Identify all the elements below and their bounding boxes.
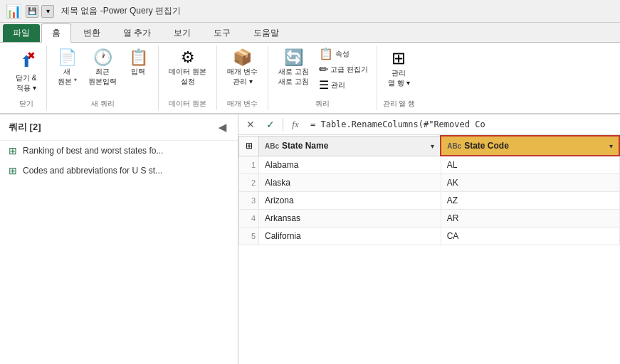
enter-data-icon: 📋 bbox=[129, 50, 148, 65]
dropdown-icon: ▾ bbox=[46, 7, 50, 15]
query-small-buttons: 📋 속성 ✏ 고급 편집기 ☰ 관리 bbox=[316, 47, 371, 92]
ribbon-group-query-content: 🔄 새로 고침새로 고침 📋 속성 ✏ 고급 편집기 ☰ 관리 bbox=[274, 47, 371, 96]
sidebar-title: 쿼리 [2] bbox=[9, 121, 41, 134]
tab-file[interactable]: 파일 bbox=[3, 24, 40, 42]
enter-data-label: 입력 bbox=[131, 67, 145, 77]
state-code-label: State Code bbox=[464, 141, 606, 151]
formula-fx-icon: fx bbox=[292, 119, 298, 130]
advanced-editor-icon: ✏ bbox=[319, 64, 328, 75]
cell-state-code-5: CA bbox=[441, 228, 619, 245]
cell-state-name-1: Alabama bbox=[259, 156, 441, 174]
recent-source-button[interactable]: 🕐 최근원본입력 bbox=[84, 47, 121, 90]
table-row: 5 California CA bbox=[239, 228, 620, 245]
row-num-3: 3 bbox=[239, 192, 259, 210]
properties-label: 속성 bbox=[335, 49, 350, 59]
formula-confirm-button[interactable]: ✓ bbox=[263, 117, 278, 132]
window-title: 제목 없음 -Power Query 편집기 bbox=[61, 5, 181, 17]
sidebar-item-codes-icon: ⊞ bbox=[9, 165, 17, 176]
sidebar: 쿼리 [2] ◀ ⊞ Ranking of best and worst sta… bbox=[0, 114, 238, 364]
row-num-4: 4 bbox=[239, 210, 259, 228]
ribbon-group-manage-cols-label: 관리 열 행 bbox=[383, 97, 416, 109]
row-num-2: 2 bbox=[239, 174, 259, 192]
tab-view[interactable]: 보기 bbox=[163, 23, 201, 42]
ribbon-group-params-content: 📦 매개 변수관리 ▾ bbox=[223, 47, 262, 96]
formula-cancel-button[interactable]: ✕ bbox=[243, 117, 258, 132]
state-name-type: ABc bbox=[265, 142, 279, 150]
sidebar-item-codes-label: Codes and abbreviations for U S st... bbox=[23, 166, 229, 176]
state-code-dropdown-icon[interactable]: ▾ bbox=[609, 142, 613, 150]
manage-cols-icon: ⊞ bbox=[392, 50, 406, 67]
save-icon: 💾 bbox=[28, 7, 36, 15]
manage-button[interactable]: ☰ 관리 bbox=[316, 78, 371, 92]
data-source-settings-label: 데이터 원본설정 bbox=[169, 67, 206, 87]
refresh-icon: 🔄 bbox=[284, 50, 303, 65]
ribbon-group-manage-cols: ⊞ 관리열 행 ▾ 관리 열 행 bbox=[377, 46, 421, 110]
table-row: 2 Alaska AK bbox=[239, 174, 620, 192]
cell-state-code-3: AZ bbox=[441, 192, 619, 210]
formula-input[interactable]: = Table.RenameColumns(#"Removed Co bbox=[308, 118, 616, 131]
sidebar-item-ranking[interactable]: ⊞ Ranking of best and worst states fo... bbox=[0, 141, 238, 161]
advanced-editor-button[interactable]: ✏ 고급 편집기 bbox=[316, 63, 371, 77]
ribbon-group-data-source: ⚙ 데이터 원본설정 데이터 원본 bbox=[159, 46, 217, 110]
column-header-state-code[interactable]: ABc State Code ▾ bbox=[441, 136, 619, 156]
formula-bar-divider bbox=[283, 118, 283, 131]
ribbon-group-close-label: 닫기 bbox=[19, 97, 33, 109]
state-code-type: ABc bbox=[447, 142, 461, 150]
table-container[interactable]: ⊞ ABc State Name ▾ ABc bbox=[238, 135, 620, 364]
ribbon-group-close: ⬆✖ 닫기 &적용 ▾ 닫기 bbox=[6, 46, 47, 110]
close-apply-icon: ⬆✖ bbox=[20, 50, 33, 72]
new-source-button[interactable]: 📄 새원본 * bbox=[53, 47, 81, 90]
recent-source-label: 최근원본입력 bbox=[88, 67, 117, 87]
data-source-settings-button[interactable]: ⚙ 데이터 원본설정 bbox=[164, 47, 211, 90]
tab-home[interactable]: 홈 bbox=[41, 23, 71, 43]
advanced-editor-label: 고급 편집기 bbox=[330, 65, 368, 75]
refresh-button[interactable]: 🔄 새로 고침새로 고침 bbox=[274, 47, 313, 90]
manage-cols-label: 관리열 행 ▾ bbox=[388, 68, 410, 88]
table-row: 3 Arizona AZ bbox=[239, 192, 620, 210]
cell-state-code-1: AL bbox=[441, 156, 619, 174]
formula-cancel-icon: ✕ bbox=[246, 119, 255, 130]
cell-state-code-4: AR bbox=[441, 210, 619, 228]
close-apply-label: 닫기 &적용 ▾ bbox=[16, 73, 36, 93]
select-all-icon: ⊞ bbox=[246, 141, 253, 151]
data-table: ⊞ ABc State Name ▾ ABc bbox=[238, 135, 620, 245]
data-source-settings-icon: ⚙ bbox=[181, 50, 195, 65]
manage-params-button[interactable]: 📦 매개 변수관리 ▾ bbox=[223, 47, 262, 90]
tab-add-column[interactable]: 열 추가 bbox=[112, 23, 162, 42]
ribbon-group-new-query-content: 📄 새원본 * 🕐 최근원본입력 📋 입력 bbox=[53, 47, 152, 96]
state-name-dropdown-icon[interactable]: ▾ bbox=[431, 142, 434, 150]
tab-transform[interactable]: 변환 bbox=[73, 23, 111, 42]
manage-label: 관리 bbox=[331, 80, 345, 90]
properties-icon: 📋 bbox=[319, 48, 333, 60]
ribbon-group-params: 📦 매개 변수관리 ▾ 매개 변수 bbox=[217, 46, 268, 110]
refresh-label: 새로 고침새로 고침 bbox=[278, 67, 309, 87]
ribbon: ⬆✖ 닫기 &적용 ▾ 닫기 📄 새원본 * 🕐 최근원본입력 📋 입력 새 쿼… bbox=[0, 43, 620, 114]
ribbon-tabs: 파일 홈 변환 열 추가 보기 도구 도움말 bbox=[0, 23, 620, 43]
table-body: 1 Alabama AL 2 Alaska AK 3 Arizona AZ bbox=[239, 156, 620, 245]
properties-button[interactable]: 📋 속성 bbox=[316, 47, 371, 61]
app-icon: 📊 bbox=[6, 4, 21, 19]
tab-tools[interactable]: 도구 bbox=[203, 23, 241, 42]
manage-cols-button[interactable]: ⊞ 관리열 행 ▾ bbox=[384, 47, 414, 91]
table-row: 4 Arkansas AR bbox=[239, 210, 620, 228]
formula-confirm-icon: ✓ bbox=[266, 119, 275, 130]
ribbon-group-query-label: 쿼리 bbox=[315, 97, 330, 109]
close-apply-button[interactable]: ⬆✖ 닫기 &적용 ▾ bbox=[11, 47, 41, 96]
enter-data-button[interactable]: 📋 입력 bbox=[124, 47, 152, 80]
table-select-all[interactable]: ⊞ bbox=[239, 136, 259, 156]
sidebar-item-codes[interactable]: ⊞ Codes and abbreviations for U S st... bbox=[0, 161, 238, 181]
recent-source-icon: 🕐 bbox=[93, 50, 112, 65]
tab-help[interactable]: 도움말 bbox=[243, 23, 290, 42]
formula-fx-button[interactable]: fx bbox=[288, 117, 303, 132]
row-num-5: 5 bbox=[239, 228, 259, 245]
right-content: ✕ ✓ fx = Table.RenameColumns(#"Removed C… bbox=[238, 114, 620, 364]
ribbon-group-params-label: 매개 변수 bbox=[227, 97, 258, 109]
column-header-state-name[interactable]: ABc State Name ▾ bbox=[259, 136, 441, 156]
dropdown-button[interactable]: ▾ bbox=[41, 5, 54, 18]
cell-state-name-5: California bbox=[259, 228, 441, 245]
sidebar-item-ranking-icon: ⊞ bbox=[9, 145, 17, 156]
save-button[interactable]: 💾 bbox=[26, 5, 38, 18]
manage-params-label: 매개 변수관리 ▾ bbox=[227, 67, 258, 87]
ribbon-group-close-content: ⬆✖ 닫기 &적용 ▾ bbox=[11, 47, 41, 96]
sidebar-collapse-button[interactable]: ◀ bbox=[215, 120, 229, 134]
